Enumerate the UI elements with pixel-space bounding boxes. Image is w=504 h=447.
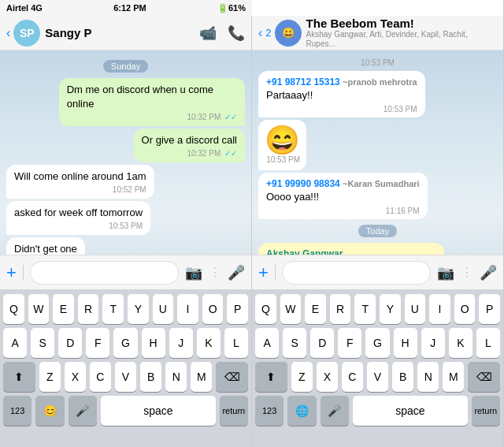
key-t[interactable]: T bbox=[102, 294, 124, 324]
key-o[interactable]: O bbox=[202, 294, 224, 324]
key-v[interactable]: V bbox=[115, 362, 136, 392]
key-g[interactable]: G bbox=[113, 328, 137, 358]
right-message-bubble: +91 99990 98834 ~Karan Sumadhari Oooo ya… bbox=[258, 173, 428, 219]
key-r[interactable]: R bbox=[78, 294, 99, 324]
right-camera-icon[interactable]: 📷 bbox=[437, 264, 454, 281]
right-message-bubble: Akshay Gangwar What a thing to wake up t… bbox=[258, 243, 444, 255]
message-text: Oooo yaa!!! bbox=[266, 190, 420, 204]
left-avatar: SP bbox=[13, 20, 40, 47]
r-key-return[interactable]: return bbox=[472, 396, 500, 426]
key-u[interactable]: U bbox=[153, 294, 174, 324]
message-bubble: Didn't get one 10:54 PM bbox=[6, 237, 85, 255]
key-return[interactable]: return bbox=[220, 396, 248, 426]
key-i[interactable]: I bbox=[177, 294, 198, 324]
r-key-y[interactable]: Y bbox=[380, 294, 401, 324]
key-mic[interactable]: 🎤 bbox=[69, 396, 97, 426]
day-label-sunday: Sunday bbox=[103, 60, 148, 73]
r-key-space[interactable]: space bbox=[353, 396, 468, 426]
r-key-123[interactable]: 123 bbox=[255, 396, 284, 426]
right-chat-header: ‹ 2 😀 The Beebom Team! Akshay Gangwar, A… bbox=[252, 16, 503, 50]
r-key-x[interactable]: X bbox=[317, 362, 338, 392]
key-h[interactable]: H bbox=[142, 328, 165, 358]
right-mic-icon[interactable]: 🎤 bbox=[480, 264, 497, 281]
r-key-backspace[interactable]: ⌫ bbox=[468, 362, 500, 392]
r-key-m[interactable]: M bbox=[443, 362, 464, 392]
r-key-s[interactable]: S bbox=[283, 328, 306, 358]
key-a[interactable]: A bbox=[3, 328, 27, 358]
right-message-input[interactable] bbox=[282, 261, 431, 285]
r-key-t[interactable]: T bbox=[354, 294, 376, 324]
right-back-button[interactable]: ‹ bbox=[258, 26, 262, 40]
right-message-bubble: +91 98712 15313 ~pranob mehrotra Partaaa… bbox=[258, 71, 425, 117]
key-l[interactable]: L bbox=[224, 328, 248, 358]
message-text: Will come online around 1am bbox=[14, 170, 146, 182]
key-123[interactable]: 123 bbox=[3, 396, 32, 426]
r-key-f[interactable]: F bbox=[338, 328, 361, 358]
key-s[interactable]: S bbox=[31, 328, 54, 358]
key-b[interactable]: B bbox=[140, 362, 161, 392]
r-key-j[interactable]: J bbox=[421, 328, 445, 358]
right-plus-button[interactable]: + bbox=[258, 263, 269, 283]
left-mic-icon[interactable]: 🎤 bbox=[228, 264, 245, 281]
key-z[interactable]: Z bbox=[39, 362, 61, 392]
right-group-name: The Beebom Team! bbox=[306, 17, 497, 30]
message-time: 11:16 PM bbox=[266, 206, 420, 217]
key-backspace[interactable]: ⌫ bbox=[216, 362, 248, 392]
r-key-i[interactable]: I bbox=[429, 294, 450, 324]
r-key-shift[interactable]: ⬆ bbox=[255, 362, 287, 392]
phone-call-icon[interactable]: 📞 bbox=[228, 24, 245, 42]
right-back-count: 2 bbox=[265, 27, 271, 39]
r-key-w[interactable]: W bbox=[280, 294, 302, 324]
r-key-u[interactable]: U bbox=[405, 294, 426, 324]
key-x[interactable]: X bbox=[65, 362, 86, 392]
r-key-o[interactable]: O bbox=[454, 294, 476, 324]
key-n[interactable]: N bbox=[165, 362, 187, 392]
key-k[interactable]: K bbox=[197, 328, 220, 358]
message-time: 10:53 PM bbox=[266, 104, 417, 115]
r-key-r[interactable]: R bbox=[330, 294, 351, 324]
key-m[interactable]: M bbox=[191, 362, 212, 392]
r-key-e[interactable]: E bbox=[305, 294, 326, 324]
r-key-globe[interactable]: 🌐 bbox=[287, 396, 316, 426]
message-time: 10:32 PM ✓✓ bbox=[67, 112, 237, 123]
right-avatar: 😀 bbox=[275, 20, 302, 47]
message-text: Dm me on discord when u come online bbox=[67, 84, 213, 110]
message-time: 10:32 PM ✓✓ bbox=[142, 148, 237, 159]
key-d[interactable]: D bbox=[58, 328, 82, 358]
left-camera-icon[interactable]: 📷 bbox=[185, 264, 202, 281]
r-key-b[interactable]: B bbox=[392, 362, 413, 392]
left-back-button[interactable]: ‹ bbox=[6, 26, 10, 40]
r-key-k[interactable]: K bbox=[449, 328, 472, 358]
r-key-l[interactable]: L bbox=[476, 328, 500, 358]
left-header-icons[interactable]: 📹 📞 bbox=[199, 24, 245, 42]
key-q[interactable]: Q bbox=[3, 294, 24, 324]
key-shift[interactable]: ⬆ bbox=[3, 362, 35, 392]
r-key-q[interactable]: Q bbox=[255, 294, 276, 324]
keyboard-row-1: Q W E R T Y U I O P bbox=[3, 294, 248, 324]
r-key-p[interactable]: P bbox=[479, 294, 500, 324]
r-key-n[interactable]: N bbox=[417, 362, 439, 392]
key-emoji[interactable]: 😊 bbox=[35, 396, 64, 426]
r-key-g[interactable]: G bbox=[365, 328, 389, 358]
key-p[interactable]: P bbox=[227, 294, 248, 324]
r-key-h[interactable]: H bbox=[394, 328, 417, 358]
r-key-a[interactable]: A bbox=[255, 328, 279, 358]
r-key-v[interactable]: V bbox=[367, 362, 388, 392]
key-y[interactable]: Y bbox=[128, 294, 149, 324]
r-key-z[interactable]: Z bbox=[291, 362, 313, 392]
video-call-icon[interactable]: 📹 bbox=[199, 24, 217, 42]
message-time: 10:53 PM bbox=[265, 156, 300, 164]
r-key-c[interactable]: C bbox=[342, 362, 363, 392]
right-keyboard-row-1: Q W E R T Y U I O P bbox=[255, 294, 500, 324]
left-plus-button[interactable]: + bbox=[6, 263, 17, 283]
key-e[interactable]: E bbox=[53, 294, 74, 324]
key-j[interactable]: J bbox=[169, 328, 193, 358]
left-contact-name: Sangy P bbox=[45, 26, 199, 39]
key-c[interactable]: C bbox=[90, 362, 111, 392]
key-space[interactable]: space bbox=[101, 396, 216, 426]
r-key-d[interactable]: D bbox=[310, 328, 334, 358]
r-key-mic[interactable]: 🎤 bbox=[321, 396, 349, 426]
key-f[interactable]: F bbox=[86, 328, 109, 358]
key-w[interactable]: W bbox=[28, 294, 50, 324]
left-message-input[interactable] bbox=[30, 261, 179, 285]
